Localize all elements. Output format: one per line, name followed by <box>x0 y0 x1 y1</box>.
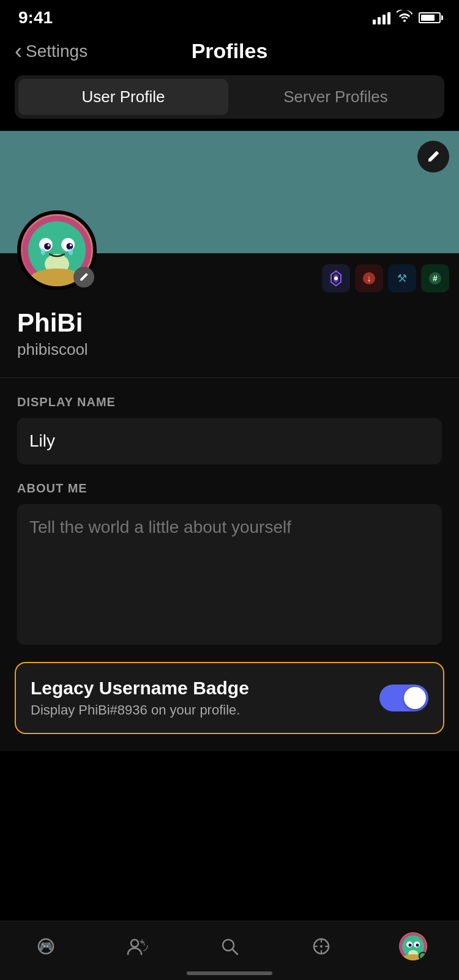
mod-badge-icon: ⚒ <box>395 271 409 286</box>
battery-icon <box>419 12 441 23</box>
svg-point-9 <box>70 244 72 247</box>
badges-row: ↓ ⚒ # <box>322 264 449 292</box>
signal-icon <box>373 11 390 24</box>
legacy-badge-toggle[interactable] <box>379 685 428 711</box>
home-indicator <box>187 971 272 975</box>
legacy-badge-text: Legacy Username Badge Display PhiBi#8936… <box>31 678 379 718</box>
avatar-wrapper <box>17 210 97 290</box>
wifi-icon <box>397 10 412 26</box>
legacy-badge-card: Legacy Username Badge Display PhiBi#8936… <box>15 662 444 734</box>
badge-nitro <box>322 264 350 292</box>
back-chevron-icon: ‹ <box>15 40 22 62</box>
svg-point-29 <box>320 945 323 948</box>
friends-icon <box>127 937 149 956</box>
status-time: 9:41 <box>18 8 53 28</box>
hash-badge-icon: # <box>428 271 442 286</box>
legacy-badge-section: Legacy Username Badge Display PhiBi#8936… <box>0 647 459 751</box>
back-label: Settings <box>26 42 88 61</box>
about-me-label: ABOUT ME <box>17 481 442 496</box>
legacy-badge-subtitle: Display PhiBi#8936 on your profile. <box>31 702 379 718</box>
svg-point-10 <box>41 248 45 255</box>
nav-avatar <box>399 932 427 960</box>
svg-line-27 <box>233 949 237 954</box>
discover-icon <box>312 937 330 956</box>
toggle-knob <box>404 687 426 709</box>
badge-boost: ↓ <box>355 264 383 292</box>
svg-text:⚒: ⚒ <box>397 272 407 284</box>
svg-point-41 <box>416 944 419 947</box>
svg-point-11 <box>69 248 73 255</box>
online-status-dot <box>419 952 427 960</box>
svg-text:#: # <box>433 273 438 283</box>
svg-point-7 <box>66 243 73 250</box>
search-icon <box>220 937 239 956</box>
nav-home[interactable]: 🎮 <box>24 931 67 962</box>
back-button[interactable]: ‹ Settings <box>15 40 88 62</box>
avatar-edit-pencil-icon <box>79 272 89 282</box>
nav-bar: ‹ Settings Profiles <box>0 33 459 75</box>
svg-point-23 <box>131 940 138 947</box>
nitro-badge-icon <box>329 270 343 287</box>
profile-username: phibiscool <box>17 340 442 359</box>
edit-avatar-button[interactable] <box>73 267 94 288</box>
svg-text:↓: ↓ <box>367 273 371 283</box>
page-title: Profiles <box>192 39 268 63</box>
legacy-badge-title: Legacy Username Badge <box>31 678 379 699</box>
legacy-badge-toggle-container <box>379 685 428 711</box>
battery-fill <box>421 15 435 21</box>
svg-point-15 <box>334 277 338 280</box>
status-icons <box>373 10 441 26</box>
badge-mod: ⚒ <box>388 264 416 292</box>
home-icon: 🎮 <box>36 937 56 956</box>
pencil-icon <box>427 150 440 163</box>
badge-hash: # <box>421 264 449 292</box>
status-bar: 9:41 <box>0 0 459 33</box>
tab-server-profiles[interactable]: Server Profiles <box>231 79 441 115</box>
svg-point-8 <box>48 244 50 247</box>
nav-profile[interactable] <box>392 931 435 962</box>
svg-point-6 <box>44 243 51 250</box>
tab-user-profile[interactable]: User Profile <box>18 79 228 115</box>
profile-banner: ↓ ⚒ # <box>0 131 459 253</box>
nav-friends[interactable] <box>116 931 159 962</box>
edit-banner-button[interactable] <box>417 141 449 173</box>
profile-tabs: User Profile Server Profiles <box>15 75 444 119</box>
svg-text:🎮: 🎮 <box>39 940 53 953</box>
nav-search[interactable] <box>208 931 251 962</box>
display-name-label: DISPLAY NAME <box>17 395 442 409</box>
nav-discover[interactable] <box>300 931 343 962</box>
form-section: DISPLAY NAME ABOUT ME <box>0 378 459 647</box>
profile-display-name: PhiBi <box>17 308 442 338</box>
about-me-textarea[interactable] <box>17 504 442 645</box>
svg-point-40 <box>409 944 412 947</box>
boost-badge-icon: ↓ <box>362 271 376 286</box>
display-name-input[interactable] <box>17 418 442 464</box>
